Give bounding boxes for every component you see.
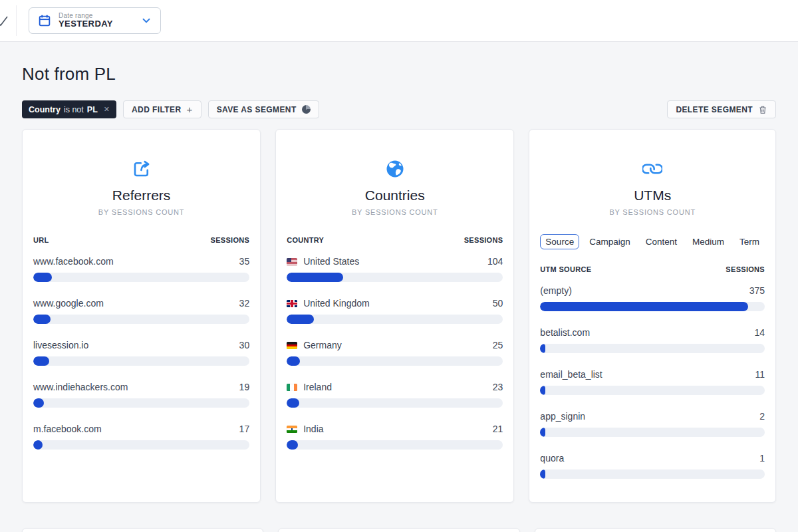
list-item[interactable]: www.google.com32 — [33, 297, 249, 324]
date-range-selector[interactable]: Date range YESTERDAY — [29, 7, 161, 34]
list-item[interactable]: livesession.io30 — [33, 339, 249, 366]
column-header-value: SESSIONS — [726, 265, 765, 273]
bar-track — [287, 440, 503, 450]
flag-icon-in — [287, 426, 297, 433]
card-title: Countries — [287, 188, 503, 203]
row-value: 11 — [755, 368, 765, 380]
filter-chip[interactable]: Country is not PL ✕ — [22, 100, 116, 118]
list-item[interactable]: quora1 — [540, 452, 765, 479]
row-value: 2 — [759, 410, 765, 422]
table-header: UTM SOURCE SESSIONS — [540, 265, 765, 273]
bar-track — [33, 440, 249, 450]
filter-field: Country — [29, 105, 61, 114]
row-label: (empty) — [540, 285, 571, 297]
bar-track — [540, 428, 765, 437]
table-header: COUNTRY SESSIONS — [287, 236, 503, 244]
filter-value: PL — [87, 105, 98, 114]
bar-fill — [287, 356, 300, 366]
row-label: United States — [287, 255, 359, 267]
row-value: 14 — [754, 327, 765, 338]
close-icon[interactable]: ✕ — [104, 105, 110, 114]
countries-list: United States104United Kingdom50Germany2… — [287, 255, 503, 450]
row-label: betalist.com — [540, 327, 590, 338]
delete-segment-label: DELETE SEGMENT — [676, 105, 753, 114]
column-header-label: URL — [33, 236, 49, 244]
list-item[interactable]: betalist.com14 — [540, 327, 765, 353]
row-value: 17 — [239, 423, 250, 435]
list-item[interactable]: Ireland23 — [287, 381, 503, 408]
list-item[interactable]: email_beta_list11 — [540, 368, 765, 395]
list-item[interactable]: app_signin2 — [540, 410, 765, 437]
bar-fill — [287, 273, 343, 282]
list-item[interactable]: www.indiehackers.com19 — [33, 381, 249, 408]
row-value: 32 — [239, 297, 250, 309]
bar-fill — [540, 469, 545, 479]
utms-list: (empty)375betalist.com14email_beta_list1… — [540, 285, 765, 479]
list-item[interactable]: India21 — [287, 423, 503, 450]
pie-chart-icon — [302, 105, 311, 114]
partial-card — [535, 528, 776, 532]
bar-fill — [33, 398, 44, 408]
row-value: 1 — [759, 452, 765, 464]
list-item[interactable]: United States104 — [287, 255, 503, 282]
cards-grid: Referrers BY SESSIONS COUNT URL SESSIONS… — [22, 129, 776, 503]
add-filter-label: ADD FILTER — [132, 105, 181, 114]
calendar-icon — [37, 13, 52, 28]
tab-content[interactable]: Content — [640, 234, 682, 249]
row-label: India — [287, 423, 323, 435]
next-cards-row — [22, 528, 776, 532]
list-item[interactable]: m.facebook.com17 — [33, 423, 249, 450]
tab-campaign[interactable]: Campaign — [584, 234, 636, 249]
list-item[interactable]: (empty)375 — [540, 285, 765, 311]
row-label: app_signin — [540, 410, 585, 422]
tab-medium[interactable]: Medium — [687, 234, 730, 249]
row-value: 30 — [239, 339, 250, 351]
bar-fill — [33, 315, 51, 324]
bar-fill — [540, 386, 545, 395]
bar-fill — [540, 428, 545, 437]
chevron-down-icon — [140, 15, 152, 27]
bar-track — [287, 398, 503, 408]
card-subtitle: BY SESSIONS COUNT — [33, 208, 249, 216]
save-as-segment-button[interactable]: SAVE AS SEGMENT — [208, 100, 319, 118]
list-item[interactable]: Germany25 — [287, 339, 503, 366]
list-item[interactable]: www.facebook.com35 — [33, 255, 249, 282]
delete-segment-button[interactable]: DELETE SEGMENT — [667, 100, 776, 118]
globe-icon — [385, 159, 405, 179]
row-label: www.indiehackers.com — [33, 381, 128, 393]
save-as-segment-label: SAVE AS SEGMENT — [217, 105, 297, 114]
partial-card — [22, 528, 263, 532]
list-item[interactable]: United Kingdom50 — [287, 297, 503, 324]
divider — [16, 5, 17, 36]
row-label: www.google.com — [33, 297, 104, 309]
row-label: quora — [540, 452, 564, 464]
bar-fill — [33, 273, 52, 282]
row-value: 35 — [239, 255, 250, 267]
filter-bar: Country is not PL ✕ ADD FILTER + SAVE AS… — [22, 100, 776, 118]
filter-operator: is not — [64, 105, 84, 114]
add-filter-button[interactable]: ADD FILTER + — [123, 100, 201, 118]
bar-fill — [33, 440, 43, 450]
flag-icon-gb — [287, 300, 297, 307]
bar-track — [33, 315, 249, 324]
bar-track — [540, 302, 765, 311]
share-icon — [132, 159, 152, 179]
bar-fill — [33, 356, 49, 366]
bar-track — [540, 344, 765, 353]
topbar: Date range YESTERDAY — [0, 0, 798, 42]
utms-card: UTMs BY SESSIONS COUNT SourceCampaignCon… — [529, 129, 776, 503]
bar-track — [540, 386, 765, 395]
bar-track — [33, 356, 249, 366]
tab-term[interactable]: Term — [734, 234, 765, 249]
row-value: 23 — [493, 381, 503, 393]
utm-tabs: SourceCampaignContentMediumTerm — [540, 234, 765, 249]
bar-fill — [287, 315, 314, 324]
bar-fill — [287, 440, 298, 450]
column-header-value: SESSIONS — [464, 236, 503, 244]
column-header-label: COUNTRY — [287, 236, 324, 244]
checkmark-icon[interactable] — [0, 15, 11, 28]
column-header-label: UTM SOURCE — [540, 265, 591, 273]
tab-source[interactable]: Source — [540, 234, 579, 249]
row-label: Germany — [287, 339, 342, 351]
trash-icon — [758, 105, 767, 114]
